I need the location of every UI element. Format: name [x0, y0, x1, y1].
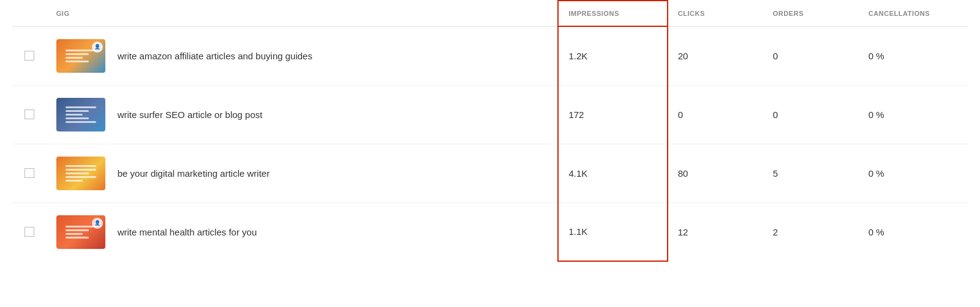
col-header-impressions: IMPRESSIONS — [558, 1, 667, 26]
gig-cell: write surfer SEO article or blog post — [47, 85, 559, 144]
gig-thumbnail — [56, 98, 105, 131]
gig-thumbnail: 👤 — [56, 215, 105, 249]
table-row: be your digital marketing article writer… — [12, 144, 968, 202]
clicks-value: 0 — [668, 85, 763, 144]
orders-value: 0 — [763, 26, 859, 85]
gig-title: be your digital marketing article writer — [118, 167, 270, 180]
table-row: 👤write mental health articles for you1.1… — [12, 202, 968, 261]
row-checkbox-cell — [12, 26, 47, 85]
orders-value: 5 — [763, 144, 859, 202]
row-checkbox-cell — [12, 202, 47, 261]
table-row: write surfer SEO article or blog post172… — [12, 85, 968, 144]
clicks-value: 80 — [668, 144, 763, 202]
gig-thumbnail: 👤 — [56, 39, 105, 73]
row-checkbox-cell — [12, 85, 47, 144]
orders-value: 2 — [763, 202, 859, 261]
col-header-gig: GIG — [47, 1, 559, 26]
gig-table: GIG IMPRESSIONS CLICKS ORDERS CANCELLATI… — [12, 0, 968, 262]
cancellations-value: 0 % — [859, 144, 968, 202]
gig-title: write surfer SEO article or blog post — [118, 108, 263, 121]
row-checkbox-cell — [12, 144, 47, 202]
cancellations-value: 0 % — [859, 85, 968, 144]
impressions-value: 1.1K — [558, 202, 667, 261]
row-checkbox[interactable] — [24, 51, 34, 61]
col-header-checkbox — [12, 1, 47, 26]
clicks-value: 12 — [668, 202, 763, 261]
gig-cell: 👤write mental health articles for you — [47, 202, 559, 261]
clicks-value: 20 — [668, 26, 763, 85]
col-header-clicks: CLICKS — [668, 1, 763, 26]
cancellations-value: 0 % — [859, 202, 968, 261]
gig-title: write amazon affiliate articles and buyi… — [118, 50, 312, 62]
col-header-orders: ORDERS — [763, 1, 859, 26]
row-checkbox[interactable] — [24, 227, 34, 237]
gig-thumbnail — [56, 157, 105, 190]
impressions-value: 4.1K — [558, 144, 667, 202]
orders-value: 0 — [763, 85, 859, 144]
gig-cell: be your digital marketing article writer — [47, 144, 559, 202]
gig-table-container: GIG IMPRESSIONS CLICKS ORDERS CANCELLATI… — [0, 0, 980, 262]
impressions-value: 1.2K — [558, 26, 667, 85]
impressions-value: 172 — [558, 85, 667, 144]
col-header-cancellations: CANCELLATIONS — [859, 1, 968, 26]
gig-title: write mental health articles for you — [118, 226, 257, 239]
cancellations-value: 0 % — [859, 26, 968, 85]
gig-cell: 👤write amazon affiliate articles and buy… — [47, 26, 559, 85]
row-checkbox[interactable] — [24, 109, 34, 119]
table-row: 👤write amazon affiliate articles and buy… — [12, 26, 968, 85]
row-checkbox[interactable] — [24, 168, 34, 178]
